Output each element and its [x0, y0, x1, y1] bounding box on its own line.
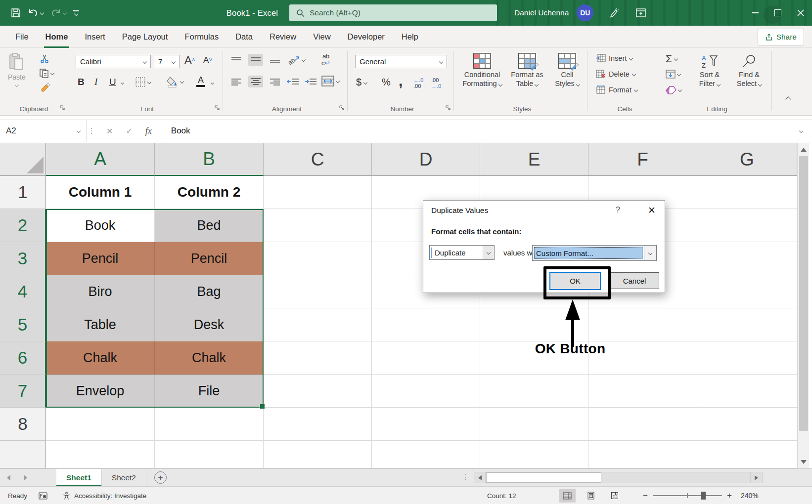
- cell-D8[interactable]: [372, 408, 480, 441]
- cell-B7[interactable]: File: [155, 375, 264, 408]
- tab-review[interactable]: Review: [261, 26, 305, 48]
- tab-page-layout[interactable]: Page Layout: [114, 26, 177, 48]
- increase-decimal-icon[interactable]: ←.0.00: [413, 78, 423, 89]
- align-right-icon[interactable]: [269, 78, 281, 86]
- cell-A4[interactable]: Biro: [46, 275, 155, 308]
- font-dialog-launcher-icon[interactable]: [214, 105, 221, 113]
- select-all-button[interactable]: [0, 143, 46, 176]
- cell-B5[interactable]: Desk: [155, 308, 264, 341]
- format-as-table-button[interactable]: Format asTable: [507, 53, 547, 88]
- minimize-button[interactable]: [744, 0, 767, 26]
- clipboard-dialog-launcher-icon[interactable]: [59, 105, 66, 113]
- column-header-F[interactable]: F: [588, 143, 697, 176]
- redo-button[interactable]: [50, 8, 66, 18]
- cell-C2[interactable]: [264, 209, 372, 242]
- cut-icon[interactable]: [40, 54, 49, 64]
- row-header-4[interactable]: 4: [0, 275, 46, 308]
- align-center-icon[interactable]: [248, 76, 263, 87]
- number-dialog-launcher-icon[interactable]: [445, 105, 451, 113]
- save-icon[interactable]: [11, 8, 21, 18]
- percent-format-icon[interactable]: %: [382, 77, 391, 88]
- tab-developer[interactable]: Developer: [339, 26, 393, 48]
- cancel-entry-icon[interactable]: ✕: [106, 126, 113, 136]
- cell-C7[interactable]: [264, 375, 372, 408]
- cell-B2[interactable]: Bed: [155, 209, 264, 242]
- cell-G7[interactable]: [697, 375, 797, 408]
- column-header-B[interactable]: B: [155, 143, 264, 176]
- whats-new-pen-icon[interactable]: [608, 7, 619, 18]
- decrease-font-icon[interactable]: A˅: [203, 55, 212, 65]
- expand-formula-bar-icon[interactable]: [790, 120, 812, 142]
- horizontal-scrollbar[interactable]: [474, 472, 763, 483]
- tab-help[interactable]: Help: [393, 26, 427, 48]
- cell-C1[interactable]: [264, 176, 372, 209]
- copy-icon[interactable]: [39, 68, 54, 79]
- cell-D5[interactable]: [372, 308, 480, 341]
- font-color-icon[interactable]: A: [196, 76, 205, 87]
- cell-partial-G[interactable]: [697, 441, 797, 468]
- cell-C5[interactable]: [264, 308, 372, 341]
- column-header-G[interactable]: G: [697, 143, 797, 176]
- normal-view-button[interactable]: [559, 489, 576, 503]
- cell-F5[interactable]: [588, 308, 697, 341]
- find-select-button[interactable]: Find &Select: [731, 54, 767, 88]
- row-header-2[interactable]: 2: [0, 209, 46, 242]
- cell-C4[interactable]: [264, 275, 372, 308]
- cell-A8[interactable]: [46, 408, 155, 441]
- row-header-1[interactable]: 1: [0, 176, 46, 209]
- name-box[interactable]: A2: [0, 120, 87, 142]
- cell-B1[interactable]: Column 2: [155, 176, 264, 209]
- accessibility-status[interactable]: Accessibility: Investigate: [62, 487, 146, 504]
- cell-G1[interactable]: [697, 176, 797, 209]
- decrease-indent-icon[interactable]: [287, 78, 300, 86]
- cell-partial-D[interactable]: [372, 441, 480, 468]
- undo-button[interactable]: [28, 8, 44, 18]
- search-bar[interactable]: Search (Alt+Q): [289, 4, 497, 21]
- cell-partial-E[interactable]: [480, 441, 588, 468]
- top-align-icon[interactable]: [230, 56, 242, 65]
- avatar[interactable]: DU: [577, 4, 593, 21]
- cell-E8[interactable]: [480, 408, 588, 441]
- font-color-dropdown-icon[interactable]: [211, 81, 214, 84]
- format-cells-button[interactable]: Format: [596, 85, 637, 94]
- comma-format-icon[interactable]: ,: [399, 73, 403, 89]
- row-header-5[interactable]: 5: [0, 308, 46, 341]
- cell-partial-F[interactable]: [588, 441, 697, 468]
- cell-G6[interactable]: [697, 341, 797, 375]
- name-box-dropdown-icon[interactable]: [77, 129, 81, 133]
- format-dropdown-icon[interactable]: [644, 246, 656, 260]
- row-header-8[interactable]: 8: [0, 408, 46, 441]
- wrap-text-icon[interactable]: abc↵: [321, 53, 330, 66]
- cell-F7[interactable]: [588, 375, 697, 408]
- cell-partial-C[interactable]: [264, 441, 372, 468]
- cell-C3[interactable]: [264, 242, 372, 275]
- cell-A2[interactable]: Book: [46, 209, 155, 242]
- cell-styles-button[interactable]: CellStyles: [549, 53, 585, 88]
- underline-dropdown-icon[interactable]: [121, 81, 124, 84]
- tab-data[interactable]: Data: [227, 26, 261, 48]
- font-size-combo[interactable]: 7: [154, 55, 180, 68]
- cell-B8[interactable]: [155, 408, 264, 441]
- autosum-icon[interactable]: Σ: [666, 53, 677, 65]
- format-painter-icon[interactable]: [40, 82, 51, 93]
- close-button[interactable]: [789, 0, 812, 26]
- page-layout-view-button[interactable]: [583, 489, 599, 503]
- tab-file[interactable]: File: [7, 26, 37, 48]
- increase-indent-icon[interactable]: [305, 78, 317, 86]
- paste-dropdown-icon[interactable]: [15, 83, 19, 86]
- zoom-out-button[interactable]: −: [643, 491, 648, 501]
- tab-home[interactable]: Home: [37, 26, 77, 48]
- prev-sheet-icon[interactable]: [0, 469, 17, 486]
- fill-icon[interactable]: [666, 70, 680, 79]
- dialog-close-icon[interactable]: ✕: [648, 205, 656, 216]
- merge-center-icon[interactable]: [321, 76, 339, 86]
- scroll-down-icon[interactable]: [798, 457, 810, 467]
- insert-cells-button[interactable]: Insert: [596, 54, 632, 62]
- cell-A7[interactable]: Envelop: [46, 375, 155, 408]
- clear-icon[interactable]: [666, 85, 681, 94]
- enter-entry-icon[interactable]: ✓: [126, 126, 132, 136]
- horizontal-scrollbar-thumb[interactable]: [486, 472, 601, 483]
- cell-A5[interactable]: Table: [46, 308, 155, 341]
- collapse-ribbon-icon[interactable]: [786, 97, 790, 101]
- ribbon-display-options-icon[interactable]: [636, 8, 646, 17]
